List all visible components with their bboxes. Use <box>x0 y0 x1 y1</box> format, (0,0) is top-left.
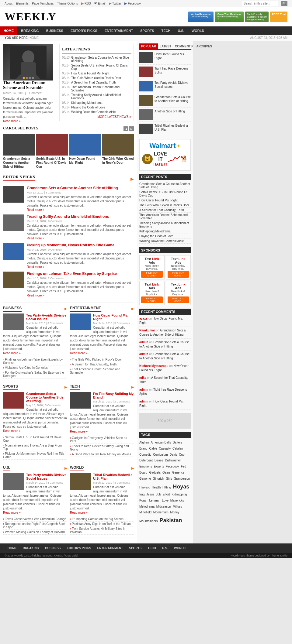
tag-link[interactable]: Health <box>152 486 162 489</box>
tag-link[interactable]: Gingrich <box>153 477 165 480</box>
news-link[interactable]: Serbia Beats U.S. in First Round Of Davi… <box>71 64 131 70</box>
sidebar-recent-link[interactable]: How Oscar Found Ms. Right <box>139 198 191 203</box>
tag-link[interactable]: Cable <box>149 447 158 450</box>
col-link[interactable]: Resurgence on the Right Puts Gingrich Ba… <box>3 522 65 529</box>
news-link[interactable]: Granderson Sets a Course to Another Side… <box>71 56 131 63</box>
col-link[interactable]: A Good Place to Bet Real Money on Movies <box>72 453 131 456</box>
business-read-more[interactable]: Read more » <box>3 351 21 355</box>
col-link[interactable]: For the Dishwasher's Sake, Go Easy on th… <box>3 371 64 378</box>
col-link[interactable]: A Search for That Casualty, Truth <box>72 363 116 366</box>
tab-comments[interactable]: COMMENTS <box>173 43 194 49</box>
sidebar-recent-link[interactable]: Treading Softly Around a Minefield of Em… <box>139 221 191 229</box>
tag-link[interactable]: American Balls <box>151 441 172 444</box>
sidebar-recent-link[interactable]: Walking Down the Comedic Aisle <box>139 239 191 244</box>
footer-home[interactable]: HOME <box>5 545 20 551</box>
carousel-item-link[interactable]: How Oscar Found Ms. Right <box>69 157 96 164</box>
footer-business[interactable]: BUSINESS <box>42 545 64 551</box>
tag-link[interactable]: Detergent <box>139 459 154 462</box>
tag-link[interactable]: Lehman <box>149 499 161 502</box>
facebook-link[interactable]: Facebook <box>128 2 141 5</box>
tag-link[interactable]: Love <box>162 499 169 502</box>
tag-link[interactable]: Dishwasher <box>165 459 181 462</box>
col-link[interactable]: Violations Are Cited in Generics <box>5 366 47 369</box>
nav-editors-picks[interactable]: EDITOR'S PICKS <box>67 26 101 35</box>
sidebar-news-link[interactable]: Tea Party Avoids Divisive Social Issues <box>155 81 189 88</box>
tag-link[interactable]: Comedic <box>139 453 152 456</box>
sponsor-1-btn[interactable]: FIND OUT MORE › <box>141 271 163 278</box>
tag-link[interactable]: Brand <box>139 447 148 450</box>
tag-link[interactable]: Koran <box>139 499 148 502</box>
tech-post-link[interactable]: I'm Too Busy Building My Brand <box>93 392 134 399</box>
tag-link[interactable]: Jesus <box>146 493 155 496</box>
tag-link[interactable]: Job <box>156 493 162 496</box>
nav-sports[interactable]: SPORTS <box>137 26 158 35</box>
sidebar-news-link[interactable]: Another Side of Hitting <box>155 110 185 113</box>
col-link[interactable]: Twin Suicide Attacks Hit Military Sites … <box>70 527 126 534</box>
sidebar-recent-link[interactable]: The Girls Who Kicked in Rock's Door <box>139 203 191 208</box>
sidebar-news-link[interactable]: Tribal Rivalries Bedevil a U.S. Plan <box>155 124 188 131</box>
carousel-item-link[interactable]: Granderson Sets a Course to Another Side… <box>3 157 30 168</box>
tag-link[interactable]: Board <box>139 471 148 474</box>
elements-link[interactable]: Elements <box>16 2 29 5</box>
theme-options-link[interactable]: Theme Options <box>57 2 78 5</box>
sidebar-recent-link[interactable]: Serbia Beats U.S. in First Round Of Davi… <box>139 190 191 198</box>
twitter-link[interactable]: Twitter <box>112 2 121 5</box>
footer-breaking[interactable]: BREAKING <box>20 545 42 551</box>
col-link[interactable]: Findings on Lehman Take Even Experts by … <box>3 358 63 365</box>
tab-popular[interactable]: POPULAR <box>139 43 158 49</box>
tag-link[interactable]: Hoyas <box>173 484 189 490</box>
world-read-more[interactable]: Read more » <box>70 511 88 514</box>
nav-home[interactable]: HOME <box>0 26 17 35</box>
tag-link[interactable]: Granderson <box>174 477 190 480</box>
sponsor-4-btn[interactable]: FIND OUT MORE › <box>168 296 189 303</box>
footer-us[interactable]: U.S. <box>159 545 171 551</box>
featured-read-more[interactable]: Read more » <box>3 119 21 123</box>
tab-archives[interactable]: ARCHIVES <box>194 43 214 49</box>
sidebar-recent-link[interactable]: Granderson Sets a Course to Another Side… <box>139 182 191 190</box>
sponsor-3-btn[interactable]: FIND OUT MORE › <box>141 296 163 303</box>
footer-tech[interactable]: TECH <box>144 545 159 551</box>
pick-read-more[interactable]: Read more » <box>27 208 44 211</box>
tech-read-more[interactable]: Read more » <box>70 430 88 433</box>
carousel-next[interactable]: ► <box>129 126 134 131</box>
news-link[interactable]: A Search for That Casualty, Truth <box>71 81 116 84</box>
footer-entertainment[interactable]: ENTERTAINMENT <box>94 545 126 551</box>
sidebar-recent-link[interactable]: Kidnapping Melodrama <box>139 229 191 234</box>
nav-business[interactable]: BUSINESS <box>43 26 67 35</box>
col-link[interactable]: That American Dream: Scheme and Scramble <box>70 368 120 374</box>
carousel-prev[interactable]: ◄ <box>123 126 128 131</box>
tag-link[interactable]: Effort <box>163 493 171 496</box>
sidebar-recent-link[interactable]: A Search for That Casualty, Truth <box>139 208 191 213</box>
news-link[interactable]: How Oscar Found Ms. Right <box>71 72 109 75</box>
footer-editors-picks[interactable]: EDITOR'S PICKS <box>64 545 94 551</box>
email-link[interactable]: Email <box>98 2 106 5</box>
pick-link[interactable]: Granderson Sets a Course to Another Side… <box>27 186 118 190</box>
tag-link[interactable]: Melodrama <box>139 505 155 508</box>
news-link[interactable]: Playing the Odds of Love <box>71 106 105 109</box>
sidebar-recent-link[interactable]: That American Dream: Scheme and Scramble <box>139 213 191 221</box>
comment-post-link[interactable]: A Search for That Casualty, Truth <box>139 376 188 384</box>
nav-us[interactable]: U.S. <box>174 26 188 35</box>
tag-link[interactable]: Curriculum <box>153 453 169 456</box>
nav-tech[interactable]: TECH <box>158 26 174 35</box>
entertainment-read-more[interactable]: Read more » <box>70 351 88 355</box>
tag-link[interactable]: Afghan <box>139 441 150 444</box>
entertainment-post-link[interactable]: How Oscar Found Ms. Right <box>93 313 128 321</box>
sidebar-recent-link[interactable]: Playing the Odds of Love <box>139 234 191 239</box>
tag-link[interactable]: Kidnapping <box>172 493 187 496</box>
featured-title-link[interactable]: That American Dream: Scheme and Scramble <box>3 80 46 90</box>
page-templates-link[interactable]: Page Templates <box>32 2 54 5</box>
tag-link[interactable]: Generics <box>172 471 184 474</box>
col-link[interactable]: Picking Up Momentum, Hoyas Roll Into Tit… <box>3 452 64 459</box>
tab-latest[interactable]: LATEST <box>158 43 173 49</box>
sports-post-link[interactable]: Granderson Sets a Course to Another Side… <box>26 392 63 403</box>
more-news-link[interactable]: MORE LATEST NEWS » <box>62 115 131 118</box>
tag-link[interactable]: Emotions <box>139 465 153 468</box>
nav-breaking[interactable]: BREAKING <box>17 26 43 35</box>
sidebar-news-link[interactable]: How Oscar Found Ms. Right <box>155 53 185 60</box>
tag-link[interactable]: Pakistan <box>159 517 182 523</box>
footer-sports[interactable]: SPORTS <box>126 545 144 551</box>
col-link[interactable]: The Girls Who Kicked in Rock's Door <box>72 358 122 361</box>
tag-link[interactable]: Dease <box>155 459 164 462</box>
pick-link[interactable]: Findings on Lehman Take Even Experts by … <box>27 272 117 276</box>
